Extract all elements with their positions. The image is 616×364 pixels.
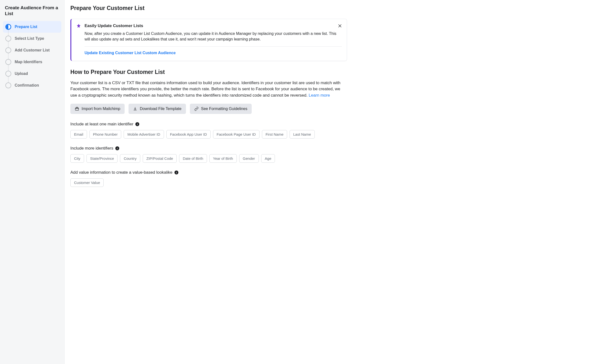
- more-identifiers-heading: Include more identifiers i: [70, 146, 347, 151]
- chip-fb-page-user-id[interactable]: Facebook Page User ID: [213, 130, 260, 139]
- step-upload[interactable]: Upload: [3, 68, 61, 79]
- value-info-heading: Add value information to create a value-…: [70, 170, 347, 175]
- formatting-guidelines-button[interactable]: See Formatting Guidelines: [190, 104, 252, 114]
- step-indicator-icon: [5, 24, 11, 30]
- howto-body: Your customer list is a CSV or TXT file …: [70, 80, 347, 99]
- step-map-identifiers[interactable]: Map Identifiers: [3, 56, 61, 68]
- chip-phone-number[interactable]: Phone Number: [89, 130, 121, 139]
- chip-country[interactable]: Country: [120, 154, 140, 163]
- step-label: Select List Type: [15, 36, 44, 41]
- step-label: Upload: [15, 71, 28, 76]
- chip-age[interactable]: Age: [261, 154, 275, 163]
- close-notice-button[interactable]: [336, 23, 343, 29]
- chip-mobile-advertiser-id[interactable]: Mobile Advertiser ID: [124, 130, 164, 139]
- notice-title: Easily Update Customer Lists: [84, 23, 143, 28]
- action-buttons-row: Import from Mailchimp Download File Temp…: [70, 104, 347, 114]
- howto-title: How to Prepare Your Customer List: [70, 69, 347, 75]
- sidebar-title: Create Audience From a List: [5, 5, 59, 17]
- star-icon: [76, 23, 81, 28]
- notice-body-text: Now, after you create a Customer List Cu…: [84, 31, 342, 42]
- divider: [84, 46, 342, 47]
- info-icon[interactable]: i: [135, 122, 139, 126]
- info-icon[interactable]: i: [115, 146, 119, 150]
- value-chips: Customer Value: [70, 178, 347, 187]
- link-icon: [194, 107, 199, 111]
- learn-more-link[interactable]: Learn more: [308, 93, 330, 98]
- step-indicator-icon: [5, 82, 11, 88]
- step-indicator-icon: [5, 71, 11, 77]
- step-indicator-icon: [5, 47, 11, 53]
- main-identifiers-heading: Include at least one main identifier i: [70, 122, 347, 127]
- sidebar: Create Audience From a List Prepare List…: [0, 0, 65, 364]
- step-list: Prepare List Select List Type Add Custom…: [3, 21, 61, 91]
- step-label: Map Identifiers: [15, 60, 42, 64]
- chip-fb-app-user-id[interactable]: Facebook App User ID: [166, 130, 211, 139]
- page-title: Prepare Your Customer List: [70, 5, 347, 12]
- step-label: Add Customer List: [15, 48, 50, 52]
- info-icon[interactable]: i: [174, 170, 178, 174]
- more-identifier-chips: City State/Province Country ZIP/Postal C…: [70, 154, 347, 163]
- chip-city[interactable]: City: [70, 154, 84, 163]
- chip-last-name[interactable]: Last Name: [290, 130, 315, 139]
- step-label: Confirmation: [15, 83, 39, 88]
- download-icon: [133, 107, 137, 111]
- import-mailchimp-button[interactable]: Import from Mailchimp: [70, 104, 125, 114]
- chip-dob[interactable]: Date of Birth: [179, 154, 207, 163]
- step-add-customer-list[interactable]: Add Customer List: [3, 44, 61, 56]
- chip-state-province[interactable]: State/Province: [86, 154, 118, 163]
- step-select-list-type[interactable]: Select List Type: [3, 33, 61, 44]
- step-label: Prepare List: [15, 25, 37, 29]
- chip-first-name[interactable]: First Name: [262, 130, 287, 139]
- update-existing-link[interactable]: Update Existing Customer List Custom Aud…: [84, 51, 176, 55]
- step-prepare-list[interactable]: Prepare List: [3, 21, 61, 33]
- main-content: Prepare Your Customer List Easily Update…: [65, 0, 353, 364]
- svg-rect-2: [75, 108, 79, 110]
- chip-email[interactable]: Email: [70, 130, 87, 139]
- chip-customer-value[interactable]: Customer Value: [70, 178, 104, 187]
- step-indicator-icon: [5, 36, 11, 41]
- close-icon: [338, 24, 342, 28]
- chip-zip-postal[interactable]: ZIP/Postal Code: [143, 154, 177, 163]
- chip-yob[interactable]: Year of Birth: [210, 154, 237, 163]
- import-icon: [75, 107, 79, 111]
- download-template-button[interactable]: Download File Template: [128, 104, 186, 114]
- step-confirmation[interactable]: Confirmation: [3, 79, 61, 91]
- step-indicator-icon: [5, 59, 11, 65]
- update-notice-card: Easily Update Customer Lists Now, after …: [70, 19, 347, 61]
- chip-gender[interactable]: Gender: [239, 154, 259, 163]
- main-identifier-chips: Email Phone Number Mobile Advertiser ID …: [70, 130, 347, 139]
